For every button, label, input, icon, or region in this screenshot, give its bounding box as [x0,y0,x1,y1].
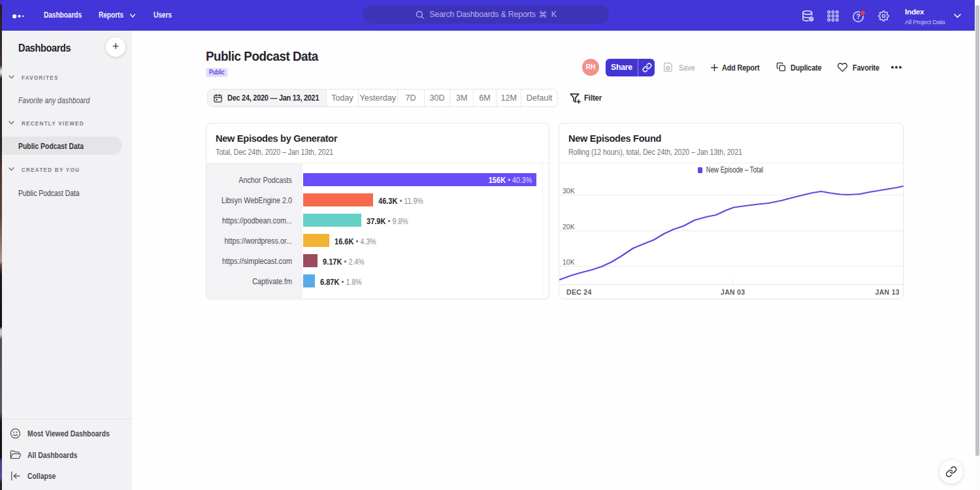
svg-text:?: ? [856,12,860,20]
